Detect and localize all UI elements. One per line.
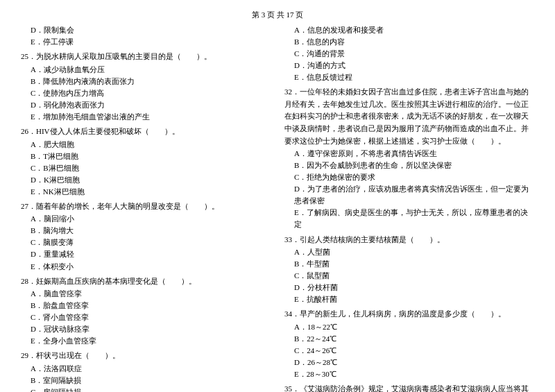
q28-option-d: D．冠状动脉痉挛 xyxy=(21,323,271,335)
q32-option-c: C．拒绝为她保密的要求 xyxy=(284,171,534,183)
q32-option-e: E．了解病因、病史是医生的事，与护士无关，所以，应尊重患者的决定 xyxy=(284,207,534,230)
q31-option-b: B．信息的内容 xyxy=(284,36,534,48)
q27-option-d: D．重量减轻 xyxy=(21,248,271,260)
q26-option-a: A．肥大细胞 xyxy=(21,139,271,151)
page-container: 第 3 页 共 17 页 D．限制集会 E．停工停课 25．为脱水耕病人采取加压… xyxy=(21,10,534,392)
q33-option-b: B．牛型菌 xyxy=(284,258,534,270)
q31-option-d: D．沟通的方式 xyxy=(284,60,534,71)
q26-option-d: D．K淋巴细胞 xyxy=(21,174,271,186)
q29-option-a: A．法洛四联症 xyxy=(21,363,271,375)
q28-option-e: E．全身小血管痉挛 xyxy=(21,335,271,347)
question-block-32: 32．一位年轻的未婚妇女因子宫出血过多住院，患者主诉子宫出血与她的月经有关，去年… xyxy=(284,86,534,230)
question-title-27: 27．随着年龄的增长，老年人大脑的明显改变是（ ）。 xyxy=(21,201,271,213)
columns: D．限制集会 E．停工停课 25．为脱水耕病人采取加压吸氧的主要目的是（ ）。 … xyxy=(21,24,534,392)
q25-option-e: E．增加肺泡毛细血管渗出液的产生 xyxy=(21,111,271,123)
question-block-35: 35．《艾滋病防治条例》规定，艾滋病病毒感染者和艾滋病病人应当将其感染或者发病的… xyxy=(284,383,534,392)
question-block-33: 33．引起人类结核病的主要结核菌是（ ）。 A．人型菌 B．牛型菌 C．鼠型菌 … xyxy=(284,234,534,306)
question-block-de: D．限制集会 E．停工停课 xyxy=(21,24,271,48)
q26-option-b: B．T淋巴细胞 xyxy=(21,151,271,162)
q34-option-d: D．26～28℃ xyxy=(284,357,534,368)
q25-option-c: C．使肺泡内压力增高 xyxy=(21,87,271,99)
page-footer: 第 3 页 共 17 页 xyxy=(21,10,534,20)
q27-option-b: B．脑沟增大 xyxy=(21,225,271,237)
q26-option-e: E．NK淋巴细胞 xyxy=(21,186,271,198)
question-block-28: 28．妊娠期高血压疾病的基本病理变化是（ ）。 A．脑血管痉挛 B．胎盘血管痉挛… xyxy=(21,275,271,348)
q34-option-c: C．24～26℃ xyxy=(284,345,534,357)
q28-option-a: A．脑血管痉挛 xyxy=(21,288,271,300)
question-block-26: 26．HIV侵入人体后主要侵犯和破坏（ ）。 A．肥大细胞 B．T淋巴细胞 C．… xyxy=(21,126,271,198)
q31-option-a: A．信息的发现者和接受者 xyxy=(284,24,534,36)
q27-option-a: A．脑回缩小 xyxy=(21,213,271,225)
q33-option-e: E．抗酸杆菌 xyxy=(284,293,534,305)
q33-option-a: A．人型菌 xyxy=(284,246,534,258)
footer-text: 第 3 页 共 17 页 xyxy=(252,10,303,19)
q34-option-b: B．22～24℃ xyxy=(284,333,534,345)
q33-option-d: D．分枝杆菌 xyxy=(284,282,534,293)
q32-option-a: A．遵守保密原则，不将患者真情告诉医生 xyxy=(284,148,534,160)
q28-option-c: C．肾小血管痉挛 xyxy=(21,312,271,323)
left-column: D．限制集会 E．停工停课 25．为脱水耕病人采取加压吸氧的主要目的是（ ）。 … xyxy=(21,24,271,392)
question-title-25: 25．为脱水耕病人采取加压吸氧的主要目的是（ ）。 xyxy=(21,51,271,63)
q32-option-b: B．因为不会威胁到患者的生命，所以坚决保密 xyxy=(284,160,534,171)
q34-option-e: E．28～30℃ xyxy=(284,368,534,380)
question-block-34: 34．早产的新生儿，住儿科病房，病房的温度是多少度（ ）。 A．18～22℃ B… xyxy=(284,308,534,380)
right-column: A．信息的发现者和接受者 B．信息的内容 C．沟通的背景 D．沟通的方式 E．信… xyxy=(284,24,534,392)
q25-option-b: B．降低肺泡内液滴的表面张力 xyxy=(21,76,271,87)
q25-option-d: D．弱化肺泡表面张力 xyxy=(21,99,271,111)
q29-option-c: C．房间隔缺损 xyxy=(21,386,271,392)
q33-option-c: C．鼠型菌 xyxy=(284,270,534,282)
option-d: D．限制集会 xyxy=(21,24,271,36)
question-title-33: 33．引起人类结核病的主要结核菌是（ ）。 xyxy=(284,234,534,246)
question-block-27: 27．随着年龄的增长，老年人大脑的明显改变是（ ）。 A．脑回缩小 B．脑沟增大… xyxy=(21,201,271,273)
q29-option-b: B．室间隔缺损 xyxy=(21,375,271,386)
question-title-35: 35．《艾滋病防治条例》规定，艾滋病病毒感染者和艾滋病病人应当将其感染或者发病的… xyxy=(284,383,534,392)
question-block-31-opts: A．信息的发现者和接受者 B．信息的内容 C．沟通的背景 D．沟通的方式 E．信… xyxy=(284,24,534,83)
q27-option-e: E．体积变小 xyxy=(21,261,271,273)
q31-option-e: E．信息反馈过程 xyxy=(284,71,534,83)
question-block-29: 29．杆状弓出现在（ ）。 A．法洛四联症 B．室间隔缺损 C．房间隔缺损 D．… xyxy=(21,350,271,392)
question-title-34: 34．早产的新生儿，住儿科病房，病房的温度是多少度（ ）。 xyxy=(284,308,534,321)
q27-option-c: C．脑膜变薄 xyxy=(21,237,271,248)
question-block-25: 25．为脱水耕病人采取加压吸氧的主要目的是（ ）。 A．减少动脉血氧分压 B．降… xyxy=(21,51,271,123)
q32-option-d: D．为了患者的治疗，应该劝服患者将真实情况告诉医生，但一定要为患者保密 xyxy=(284,183,534,207)
q31-option-c: C．沟通的背景 xyxy=(284,48,534,60)
question-title-32: 32．一位年轻的未婚妇女因子宫出血过多住院，患者主诉子宫出血与她的月经有关，去年… xyxy=(284,86,534,147)
q25-option-a: A．减少动脉血氧分压 xyxy=(21,64,271,76)
q34-option-a: A．18～22℃ xyxy=(284,321,534,333)
q26-option-c: C．B淋巴细胞 xyxy=(21,162,271,174)
q28-option-b: B．胎盘血管痉挛 xyxy=(21,300,271,312)
question-title-29: 29．杆状弓出现在（ ）。 xyxy=(21,350,271,362)
question-title-26: 26．HIV侵入人体后主要侵犯和破坏（ ）。 xyxy=(21,126,271,138)
question-title-28: 28．妊娠期高血压疾病的基本病理变化是（ ）。 xyxy=(21,275,271,288)
option-e: E．停工停课 xyxy=(21,36,271,48)
